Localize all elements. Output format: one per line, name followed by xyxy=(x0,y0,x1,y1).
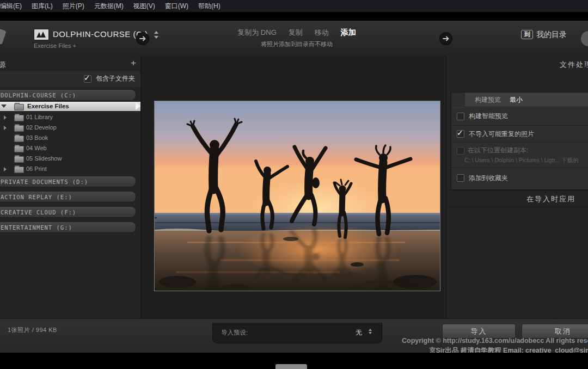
menu-bar: 编辑(E) 图库(L) 照片(P) 元数据(M) 视图(V) 窗口(W) 帮助(… xyxy=(0,0,588,12)
source-panel-title: 源 xyxy=(0,60,7,70)
destination-icon: 到 xyxy=(521,30,533,39)
avatar xyxy=(580,30,588,47)
second-copy-path: C: \ Users \ Dolphin \ Pictures \ Ligtr.… xyxy=(464,157,578,164)
menu-view[interactable]: 视图(V) xyxy=(128,0,160,12)
folder-row[interactable]: 01 Library xyxy=(0,112,140,122)
file-handling-title: 文件处理 xyxy=(560,60,588,70)
folder-label: 02 Develop xyxy=(26,124,57,131)
source-device-icon xyxy=(34,29,49,40)
menu-edit[interactable]: 编辑(E) xyxy=(0,0,27,12)
no-duplicates-label: 不导入可能重复的照片 xyxy=(469,130,534,139)
folder-row[interactable]: 05 Slideshow xyxy=(0,153,140,164)
selected-folder-label: Exercise Files xyxy=(27,103,69,109)
add-source-button[interactable]: + xyxy=(131,58,136,69)
menu-photo[interactable]: 照片(P) xyxy=(58,0,89,12)
menu-metadata[interactable]: 元数据(M) xyxy=(89,0,128,12)
drive-private-documents[interactable]: PRIVATE DOCUMENTS (D:) xyxy=(0,176,136,187)
folder-tree: 01 Library 02 Develop 03 Book 04 Web xyxy=(0,112,140,174)
folder-row[interactable]: 03 Book xyxy=(0,133,140,143)
no-duplicates-checkbox[interactable] xyxy=(457,130,464,138)
photo-count: 1张照片 / 994 KB xyxy=(8,326,57,334)
folder-row[interactable]: 02 Develop xyxy=(0,122,140,133)
disclosure-down-icon[interactable] xyxy=(1,104,7,108)
import-preset-label: 导入预设: xyxy=(221,329,248,337)
source-subtitle[interactable]: Exercise Files + xyxy=(34,42,76,49)
drive-creative-cloud[interactable]: CREATIVE CLOUD (F:) xyxy=(0,206,136,218)
folder-icon xyxy=(14,146,24,152)
folder-row[interactable]: 06 Print xyxy=(0,164,140,174)
add-to-collection-label: 添加到收藏夹 xyxy=(469,174,508,183)
file-handling-panel: 文件处理 构建预览 最小 构建智能预览 不导入可能重复的照片 在以下位置创 xyxy=(445,56,588,318)
folder-icon xyxy=(14,104,24,110)
import-preset-value[interactable]: 无 xyxy=(356,328,362,337)
import-button[interactable]: 导入 xyxy=(442,324,516,339)
build-previews-label: 构建预览 xyxy=(475,95,501,104)
destination-name[interactable]: 我的目录 xyxy=(536,30,567,40)
method-move[interactable]: 移动 xyxy=(309,28,335,38)
smart-previews-label: 构建智能预览 xyxy=(469,112,508,121)
include-subfolders-row[interactable]: 包含子文件夹 xyxy=(0,70,140,87)
method-add[interactable]: 添加 xyxy=(335,28,362,38)
status-bar: 1张照片 / 994 KB 导入预设: 无 导入 取消 Copyright © … xyxy=(0,318,588,353)
second-copy-checkbox[interactable] xyxy=(457,147,464,155)
build-previews-row[interactable]: 构建预览 最小 xyxy=(465,93,588,107)
drive-action-replay[interactable]: ACTION REPLAY (E:) xyxy=(0,191,136,202)
panel-edge-icon xyxy=(0,28,7,45)
player-notch xyxy=(275,364,307,369)
method-copy-as-dng[interactable]: 复制为 DNG xyxy=(231,28,283,38)
preset-dropdown-arrows[interactable] xyxy=(369,329,372,334)
folder-icon xyxy=(14,156,24,163)
add-to-collection-row[interactable]: 添加到收藏夹 xyxy=(451,168,588,188)
selected-folder-arrow-icon xyxy=(136,102,140,110)
second-copy-label: 在以下位置创建副本: xyxy=(468,146,528,155)
folder-row[interactable]: 04 Web xyxy=(0,143,140,153)
include-subfolders-label: 包含子文件夹 xyxy=(96,74,135,83)
photo-preview[interactable] xyxy=(154,101,440,291)
add-to-collection-checkbox[interactable] xyxy=(457,174,464,182)
drive-dolphin-course[interactable]: DOLPHIN-COURSE (C:) xyxy=(0,89,136,101)
folder-icon xyxy=(14,136,24,142)
expand-icon[interactable] xyxy=(4,126,7,130)
method-copy[interactable]: 复制 xyxy=(283,28,309,38)
apply-during-import-header[interactable]: 在导入时应用 xyxy=(446,190,588,207)
method-description: 将照片添加到目录而不移动 xyxy=(229,40,365,48)
preview-area: 包括在导入中 缩放 适合 xyxy=(142,56,444,318)
import-preset-tab: 导入预设: 无 xyxy=(212,323,382,343)
source-arrow-button[interactable] xyxy=(136,32,149,45)
menu-library[interactable]: 图库(L) xyxy=(27,0,58,12)
folder-icon xyxy=(14,115,24,121)
cancel-button[interactable]: 取消 xyxy=(522,324,588,339)
source-panel: 源 + 包含子文件夹 DOLPHIN-COURSE (C:) Exercise … xyxy=(0,56,142,318)
expand-icon[interactable] xyxy=(4,167,7,171)
folder-icon xyxy=(14,125,24,132)
lightroom-import-window: 编辑(E) 图库(L) 照片(P) 元数据(M) 视图(V) 窗口(W) 帮助(… xyxy=(0,0,588,369)
expand-icon[interactable] xyxy=(4,115,7,120)
no-duplicates-row[interactable]: 不导入可能重复的照片 xyxy=(451,126,588,143)
folder-label: 01 Library xyxy=(26,114,53,120)
menu-help[interactable]: 帮助(H) xyxy=(193,0,225,12)
source-name[interactable]: DOLPHIN-COURSE (C:) xyxy=(53,29,148,39)
file-handling-box: 构建预览 最小 构建智能预览 不导入可能重复的照片 在以下位置创建副本: C: … xyxy=(451,92,588,190)
build-previews-value[interactable]: 最小 xyxy=(510,95,523,104)
apply-during-import-title: 在导入时应用 xyxy=(526,194,575,204)
beach-sunset-photo xyxy=(155,101,440,291)
drive-entertainment[interactable]: ENTERTAINMENT (G:) xyxy=(0,222,136,233)
folder-label: 04 Web xyxy=(26,145,47,151)
smart-previews-checkbox[interactable] xyxy=(457,113,464,120)
second-copy-row[interactable]: 在以下位置创建副本: C: \ Users \ Dolphin \ Pictur… xyxy=(451,143,588,168)
smart-previews-row[interactable]: 构建智能预览 xyxy=(451,107,588,126)
import-method-group: 复制为 DNG 复制 移动 添加 xyxy=(229,28,365,38)
source-dropdown-icon[interactable] xyxy=(154,31,159,39)
folder-label: 06 Print xyxy=(26,165,47,172)
folder-icon xyxy=(14,167,24,173)
include-subfolders-checkbox[interactable] xyxy=(84,75,91,83)
folder-label: 05 Slideshow xyxy=(26,155,62,162)
import-dialog: DOLPHIN-COURSE (C:) Exercise Files + 复制为… xyxy=(0,21,588,353)
folder-label: 03 Book xyxy=(26,134,48,141)
selected-folder-row[interactable]: Exercise Files xyxy=(0,102,140,111)
destination-arrow-button[interactable] xyxy=(439,32,452,45)
menu-window[interactable]: 窗口(W) xyxy=(160,0,193,12)
import-top-bar: DOLPHIN-COURSE (C:) Exercise Files + 复制为… xyxy=(0,21,588,57)
watermark-line1: Copyright © http://study.163.com/u/adobe… xyxy=(402,337,588,345)
